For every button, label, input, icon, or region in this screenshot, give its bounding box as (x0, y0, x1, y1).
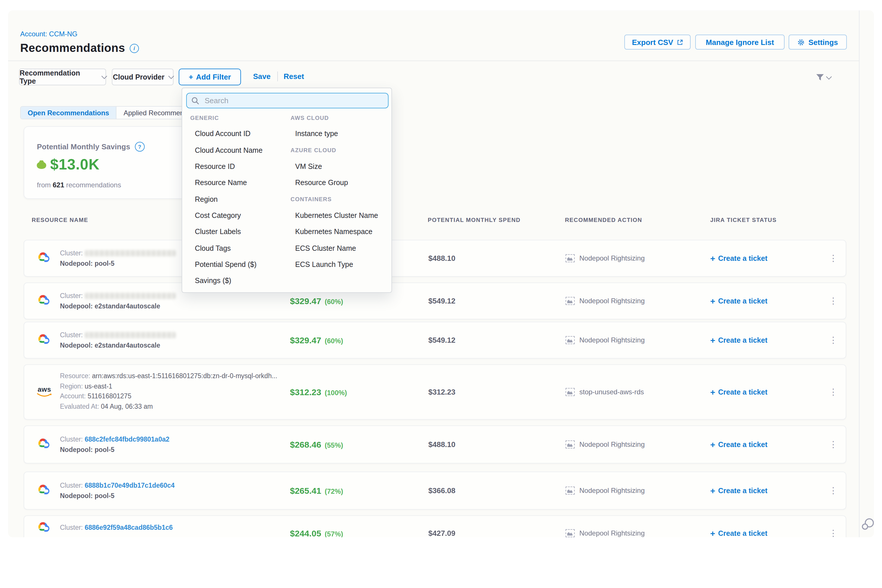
filter-option-kubernetes-namespace[interactable]: Kubernetes Namespace (291, 224, 387, 240)
cluster-id-link[interactable]: 688c2fefc84fbdc99801a0a2 (85, 436, 170, 443)
savings-count: 621 (53, 181, 64, 189)
kebab-menu-icon[interactable]: ⋮ (829, 528, 838, 537)
help-icon[interactable]: ? (135, 142, 145, 152)
create-ticket-label: Create a ticket (718, 254, 768, 262)
kebab-menu-icon[interactable]: ⋮ (829, 335, 838, 345)
filter-panel-toggle[interactable] (816, 73, 830, 82)
table-row[interactable]: Cluster: 688c2fefc84fbdc99801a0a2 Nodepo… (24, 425, 846, 464)
table-row[interactable]: aws Resource: arn:aws:rds:us-east-1:5116… (24, 364, 846, 420)
filter-option-cloud-tags[interactable]: Cloud Tags (190, 240, 287, 256)
section-generic: GENERIC (190, 110, 287, 126)
nodepool-label: Nodepool: (60, 342, 93, 349)
create-ticket-link[interactable]: +Create a ticket (710, 387, 767, 397)
filter-option-kubernetes-cluster-name[interactable]: Kubernetes Cluster Name (291, 207, 387, 224)
create-ticket-link[interactable]: +Create a ticket (710, 528, 767, 537)
search-input[interactable] (204, 96, 383, 105)
cloud-provider-filter[interactable]: Cloud Provider (112, 69, 174, 86)
filter-option-ecs-cluster-name[interactable]: ECS Cluster Name (291, 240, 387, 256)
potential-monthly-spend-value: $427.09 (428, 529, 455, 537)
filter-option-cost-category[interactable]: Cost Category (190, 207, 287, 224)
cluster-id-link[interactable]: 6886e92f59a48cad86b5b1c6 (85, 524, 173, 531)
gcp-icon (36, 521, 50, 535)
table-row[interactable]: Cluster: 6888b1c70e49db17c1de60c4 Nodepo… (24, 471, 846, 510)
account-breadcrumb[interactable]: Account: CCM-NG (20, 30, 78, 38)
section-containers: CONTAINERS (291, 191, 387, 207)
cloud-provider-label: Cloud Provider (113, 73, 164, 81)
nodepool-label: Nodepool: (60, 303, 93, 310)
create-ticket-link[interactable]: +Create a ticket (710, 440, 767, 449)
info-icon[interactable]: i (130, 44, 139, 53)
cluster-label: Cluster: (60, 436, 83, 443)
table-row[interactable]: Cluster: Nodepool: pool-5 $488.10 Nodepo… (24, 240, 846, 277)
cluster-id-link[interactable]: 6888b1c70e49db17c1de60c4 (85, 482, 175, 489)
tab-open-recommendations[interactable]: Open Recommendations (21, 106, 117, 119)
filter-option-ecs-launch-type[interactable]: ECS Launch Type (291, 256, 387, 273)
filter-option-instance-type[interactable]: Instance type (291, 126, 387, 142)
recommended-action-value: Nodepool Rightsizing (579, 486, 645, 495)
filter-option-resource-id[interactable]: Resource ID (190, 159, 287, 175)
filter-option-cluster-labels[interactable]: Cluster Labels (190, 224, 287, 240)
nodepool-label: Nodepool: (60, 260, 93, 267)
manage-ignore-list-button[interactable]: Manage Ignore List (695, 34, 784, 50)
section-azure-cloud: AZURE CLOUD (291, 142, 387, 159)
gcp-icon (36, 333, 50, 347)
table-row[interactable]: Cluster: 6886e92f59a48cad86b5b1c6 $244.0… (24, 515, 846, 537)
export-csv-button[interactable]: Export CSV (624, 34, 691, 50)
monthly-savings-value: $265.41 (290, 486, 321, 495)
redacted-cluster-name (85, 293, 176, 299)
help-chat-icon[interactable] (860, 516, 876, 534)
add-filter-button[interactable]: + Add Filter (179, 69, 241, 86)
rightsizing-icon (566, 388, 575, 396)
savings-card-title: Potential Monthly Savings (37, 142, 130, 151)
filter-option-vm-size[interactable]: VM Size (291, 159, 387, 175)
account-label: Account: (60, 393, 86, 399)
create-ticket-label: Create a ticket (718, 440, 768, 448)
rightsizing-icon (566, 440, 575, 448)
monthly-savings-value: $312.23 (290, 387, 321, 397)
create-ticket-link[interactable]: +Create a ticket (710, 335, 767, 345)
plus-icon: + (710, 528, 716, 537)
filter-option-potential-spend[interactable]: Potential Spend ($) (190, 256, 287, 273)
create-ticket-link[interactable]: +Create a ticket (710, 486, 767, 495)
filter-option-savings[interactable]: Savings ($) (190, 273, 287, 289)
filter-option-cloud-account-name[interactable]: Cloud Account Name (190, 142, 287, 159)
table-row[interactable]: Cluster: Nodepool: e2standar4autoscale $… (24, 322, 846, 358)
save-filter-button[interactable]: Save (253, 72, 271, 81)
filter-option-cloud-account-id[interactable]: Cloud Account ID (190, 126, 287, 142)
kebab-menu-icon[interactable]: ⋮ (829, 485, 838, 496)
nodepool-value: e2standar4autoscale (94, 303, 160, 310)
table-row[interactable]: Cluster: Nodepool: e2standar4autoscale $… (24, 282, 846, 320)
recommendation-type-filter[interactable]: Recommendation Type (19, 69, 106, 86)
filter-option-region[interactable]: Region (190, 191, 287, 207)
potential-monthly-spend-value: $366.08 (428, 486, 455, 495)
monthly-savings-value: $329.47 (290, 296, 321, 306)
plus-icon: + (710, 440, 716, 449)
gcp-icon (36, 251, 50, 266)
monthly-savings-value: $268.46 (290, 440, 321, 449)
cluster-label: Cluster: (60, 250, 83, 256)
reset-filter-button[interactable]: Reset (284, 72, 304, 81)
settings-button[interactable]: Settings (789, 34, 847, 50)
filter-option-resource-group[interactable]: Resource Group (291, 175, 387, 191)
evaluated-at-label: Evaluated At: (60, 403, 99, 410)
rightsizing-icon (566, 297, 575, 305)
create-ticket-link[interactable]: +Create a ticket (710, 254, 767, 263)
create-ticket-label: Create a ticket (718, 486, 768, 495)
filter-bar-separator (277, 72, 278, 81)
create-ticket-link[interactable]: +Create a ticket (710, 296, 767, 306)
filter-option-resource-name[interactable]: Resource Name (190, 175, 287, 191)
resource-label: Resource: (60, 372, 90, 380)
potential-monthly-spend-value: $488.10 (428, 254, 455, 262)
potential-monthly-spend-value: $488.10 (428, 440, 455, 449)
plus-icon: + (710, 486, 716, 495)
kebab-menu-icon[interactable]: ⋮ (829, 296, 838, 306)
recommended-action-value: Nodepool Rightsizing (579, 254, 645, 262)
kebab-menu-icon[interactable]: ⋮ (829, 439, 838, 450)
kebab-menu-icon[interactable]: ⋮ (829, 387, 838, 397)
gcp-icon (36, 437, 50, 452)
dropdown-search-box[interactable] (186, 93, 388, 108)
cluster-label: Cluster: (60, 524, 83, 531)
create-ticket-label: Create a ticket (718, 529, 768, 537)
kebab-menu-icon[interactable]: ⋮ (829, 253, 838, 264)
settings-label: Settings (808, 38, 838, 46)
